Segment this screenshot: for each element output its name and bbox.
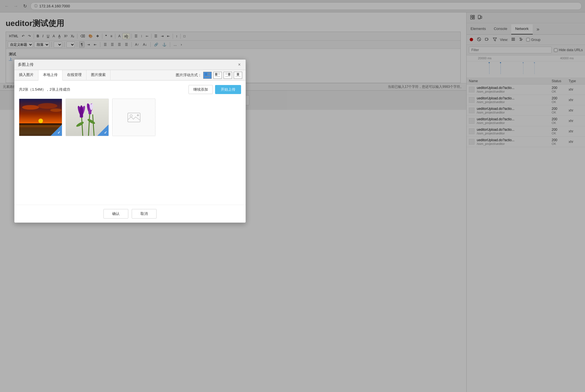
svg-rect-11 bbox=[225, 76, 230, 77]
tab-online-manage[interactable]: 在线管理 bbox=[62, 70, 86, 80]
float-left-button[interactable] bbox=[213, 72, 222, 79]
image-slot-add[interactable] bbox=[112, 99, 155, 136]
svg-rect-12 bbox=[237, 73, 239, 76]
svg-point-16 bbox=[38, 103, 57, 109]
dialog-header: 多图上传 × bbox=[14, 60, 246, 70]
svg-rect-8 bbox=[228, 73, 230, 76]
continue-add-button[interactable]: 继续添加 bbox=[188, 85, 213, 94]
float-right-button[interactable] bbox=[224, 72, 232, 79]
dialog-overlay: 多图上传 × 插入图片 本地上传 在线管理 图片搜索 图片浮动方式： bbox=[0, 12, 466, 392]
upload-dialog: 多图上传 × 插入图片 本地上传 在线管理 图片搜索 图片浮动方式： bbox=[14, 59, 246, 223]
check-1: ✓ bbox=[57, 130, 60, 135]
tab-local-upload[interactable]: 本地上传 bbox=[38, 70, 62, 80]
main-area: ueditor测试使用 HTML ↶ ↷ B I U A A̲ X² X₂ ⌫ … bbox=[0, 12, 585, 392]
page-content: ueditor测试使用 HTML ↶ ↷ B I U A A̲ X² X₂ ⌫ … bbox=[0, 12, 466, 392]
svg-rect-36 bbox=[128, 113, 140, 122]
start-upload-button[interactable]: 开始上传 bbox=[215, 85, 241, 94]
check-2: ✓ bbox=[104, 130, 107, 135]
dialog-tabs: 插入图片 本地上传 在线管理 图片搜索 图片浮动方式： bbox=[14, 70, 246, 80]
image-slot-1[interactable]: ✓ bbox=[19, 99, 62, 136]
dialog-title: 多图上传 bbox=[18, 62, 34, 67]
svg-rect-22 bbox=[19, 123, 62, 124]
svg-rect-1 bbox=[208, 73, 210, 73]
svg-rect-9 bbox=[225, 73, 227, 73]
cancel-button[interactable]: 取消 bbox=[132, 209, 157, 219]
dialog-body: 共2张（1.54M），2张上传成功 继续添加 开始上传 bbox=[14, 80, 246, 205]
svg-rect-5 bbox=[218, 73, 220, 73]
float-inline-button[interactable] bbox=[203, 72, 212, 79]
svg-point-21 bbox=[38, 119, 43, 123]
upload-info-row: 共2张（1.54M），2张上传成功 继续添加 开始上传 bbox=[19, 85, 241, 94]
svg-point-17 bbox=[50, 108, 62, 112]
svg-rect-10 bbox=[225, 74, 227, 75]
dialog-footer: 确认 取消 bbox=[14, 205, 246, 223]
svg-rect-13 bbox=[235, 76, 240, 77]
upload-info-text: 共2张（1.54M），2张上传成功 bbox=[19, 87, 70, 92]
dialog-close-button[interactable]: × bbox=[237, 62, 242, 67]
float-center-button[interactable] bbox=[234, 72, 242, 79]
svg-rect-6 bbox=[218, 74, 220, 75]
confirm-button[interactable]: 确认 bbox=[103, 209, 128, 219]
svg-point-15 bbox=[22, 105, 39, 110]
image-grid: ✓ bbox=[19, 99, 241, 200]
tab-image-search[interactable]: 图片搜索 bbox=[86, 70, 110, 80]
svg-rect-2 bbox=[208, 74, 210, 75]
svg-rect-7 bbox=[215, 76, 220, 77]
svg-rect-0 bbox=[205, 73, 207, 76]
svg-rect-3 bbox=[205, 76, 210, 77]
svg-rect-4 bbox=[215, 73, 217, 76]
tab-insert-image[interactable]: 插入图片 bbox=[14, 70, 38, 80]
image-slot-2[interactable]: ✓ bbox=[66, 99, 109, 136]
svg-point-31 bbox=[80, 105, 83, 118]
float-mode-label: 图片浮动方式： bbox=[176, 73, 201, 78]
